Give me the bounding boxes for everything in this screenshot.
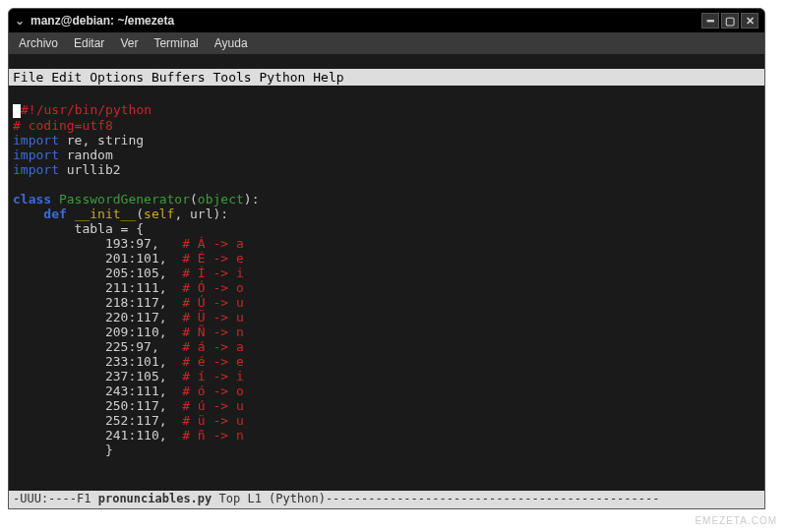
paren: ): xyxy=(244,192,260,207)
table-row: 209:110, xyxy=(13,325,182,339)
table-row: 225:97, xyxy=(13,339,182,354)
status-filename: pronunciables.py xyxy=(98,492,212,505)
terminal-window: ⌄ manz@debian: ~/emezeta ━ ▢ ✕ Archivo E… xyxy=(8,8,765,509)
code-line: } xyxy=(13,443,113,457)
emacs-menu[interactable]: File Edit Options Buffers Tools Python H… xyxy=(9,69,764,86)
class-name: PasswordGenerator xyxy=(59,192,190,207)
table-row: 243:111, xyxy=(13,384,182,398)
table-row: 193:97, xyxy=(13,236,182,251)
menu-ver[interactable]: Ver xyxy=(120,36,138,50)
cursor xyxy=(13,104,21,118)
comment: # Ó -> o xyxy=(182,280,244,295)
import-mods: urllib2 xyxy=(59,162,121,177)
comment: # É -> e xyxy=(182,251,244,266)
comment: # Ü -> u xyxy=(182,310,244,325)
coding-line: # coding=utf8 xyxy=(13,118,113,133)
table-row: 241:110, xyxy=(13,428,182,443)
table-row: 211:111, xyxy=(13,280,182,295)
paren: ( xyxy=(136,207,144,221)
table-row: 218:117, xyxy=(13,295,182,310)
class-kw: class xyxy=(13,192,51,207)
import-kw: import xyxy=(13,148,59,162)
table-row: 252:117, xyxy=(13,413,182,428)
def-kw: def xyxy=(43,207,66,221)
maximize-button[interactable]: ▢ xyxy=(721,13,739,29)
table-row: 220:117, xyxy=(13,310,182,325)
comment: # í -> i xyxy=(182,369,244,384)
editor-area[interactable]: File Edit Options Buffers Tools Python H… xyxy=(9,54,764,491)
menu-archivo[interactable]: Archivo xyxy=(19,36,58,50)
status-left: -UUU:----F1 xyxy=(13,492,98,505)
close-button[interactable]: ✕ xyxy=(741,13,758,29)
window-controls: ━ ▢ ✕ xyxy=(701,13,758,29)
paren: ( xyxy=(190,192,198,207)
menu-ayuda[interactable]: Ayuda xyxy=(214,36,248,50)
minimize-button[interactable]: ━ xyxy=(701,13,719,29)
chevron-down-icon: ⌄ xyxy=(15,14,25,28)
fn-name: __init__ xyxy=(75,207,137,221)
comment: # é -> e xyxy=(182,354,244,369)
status-dashes: ----------------------------------------… xyxy=(326,492,660,505)
base-class: object xyxy=(198,192,244,207)
import-kw: import xyxy=(13,133,59,148)
import-kw: import xyxy=(13,162,59,177)
comment: # ó -> o xyxy=(182,384,244,398)
menu-editar[interactable]: Editar xyxy=(74,36,104,50)
table-row: 201:101, xyxy=(13,251,182,266)
table-row: 237:105, xyxy=(13,369,182,384)
shebang-line: #!/usr/bin/python xyxy=(21,102,151,117)
emacs-statusbar: -UUU:----F1 pronunciables.py Top L1 (Pyt… xyxy=(9,491,764,508)
table-row: 233:101, xyxy=(13,354,182,369)
watermark: EMEZETA.COM xyxy=(695,515,777,526)
table-row: 205:105, xyxy=(13,266,182,280)
menubar: Archivo Editar Ver Terminal Ayuda xyxy=(9,32,764,54)
status-pos: Top L1 (Python) xyxy=(212,492,326,505)
comment: # ñ -> n xyxy=(182,428,244,443)
comment: # Ú -> u xyxy=(182,295,244,310)
window-title: manz@debian: ~/emezeta xyxy=(30,14,701,28)
import-mods: re, string xyxy=(59,133,144,148)
import-mods: random xyxy=(59,148,113,162)
comment: # Á -> a xyxy=(182,236,244,251)
params: , url): xyxy=(174,207,228,221)
comment: # Í -> i xyxy=(182,266,244,280)
comment: # ú -> u xyxy=(182,398,244,413)
code-line: tabla = { xyxy=(13,221,144,236)
comment: # á -> a xyxy=(182,339,244,354)
comment: # ü -> u xyxy=(182,413,244,428)
menu-terminal[interactable]: Terminal xyxy=(153,36,198,50)
self-kw: self xyxy=(144,207,174,221)
table-row: 250:117, xyxy=(13,398,182,413)
titlebar[interactable]: ⌄ manz@debian: ~/emezeta ━ ▢ ✕ xyxy=(9,9,764,32)
comment: # Ñ -> n xyxy=(182,325,244,339)
